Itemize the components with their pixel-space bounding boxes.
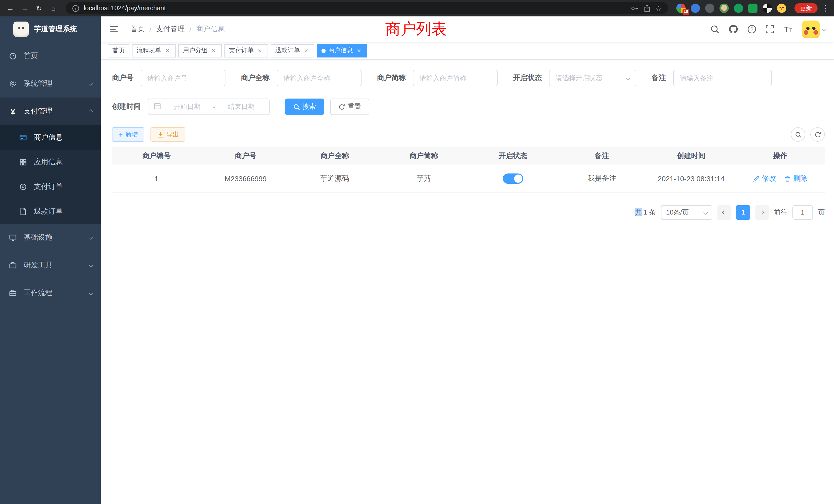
browser-menu-icon[interactable]: ⋮ (822, 4, 830, 13)
sidebar-item-workflow[interactable]: 工作流程 (0, 279, 101, 307)
extension-pinwheel-icon[interactable] (763, 4, 772, 13)
address-bar[interactable]: localhost:1024/pay/merchant ☆ (66, 2, 668, 14)
reload-button[interactable]: ↻ (33, 2, 45, 14)
extension-badge: 10 (682, 9, 689, 15)
close-icon[interactable]: × (355, 47, 363, 54)
logo[interactable]: 芋道管理系统 (0, 17, 101, 42)
prev-page-button[interactable] (718, 205, 731, 220)
github-icon[interactable] (728, 24, 739, 35)
table-toolbar: 新增 导出 (112, 127, 825, 142)
next-page-button[interactable] (755, 205, 769, 220)
export-button[interactable]: 导出 (151, 127, 185, 142)
sidebar-subitem-app-info[interactable]: 应用信息 (0, 150, 101, 175)
col-status: 开启状态 (468, 147, 557, 165)
cell-status (468, 165, 557, 192)
tab-merchant-info[interactable]: 商户信息 × (317, 44, 367, 57)
sidebar-item-system[interactable]: 系统管理 (0, 70, 101, 97)
short-name-input[interactable] (413, 70, 498, 86)
breadcrumb-separator: / (150, 25, 152, 33)
target-icon (19, 183, 28, 191)
cell-create-time: 2021-10-23 08:31:14 (646, 165, 736, 192)
chevron-down-icon (89, 291, 93, 295)
full-name-input[interactable] (277, 70, 361, 86)
help-icon[interactable]: ? (747, 25, 756, 34)
extension-blue-icon[interactable] (691, 4, 700, 13)
extension-dark-icon[interactable] (705, 4, 714, 13)
site-info-icon[interactable] (72, 4, 80, 12)
edit-link[interactable]: 修改 (753, 174, 776, 183)
share-icon[interactable] (643, 4, 651, 12)
sidebar-item-payment[interactable]: ¥ 支付管理 (0, 97, 101, 125)
active-tab-dot (322, 48, 326, 53)
chevron-down-icon (704, 210, 708, 214)
sidebar-subitem-payment-order[interactable]: 支付订单 (0, 175, 101, 199)
goto-suffix: 页 (818, 208, 825, 217)
extension-green-circle-icon[interactable] (734, 4, 743, 13)
pagination: 共 1 条 10条/页 1 前往 页 (112, 205, 825, 220)
reset-button[interactable]: 重置 (330, 98, 369, 115)
add-button[interactable]: 新增 (112, 127, 144, 142)
user-avatar[interactable] (802, 21, 826, 38)
col-create-time: 创建时间 (646, 147, 736, 165)
total-count: 共 1 条 (635, 208, 656, 217)
password-key-icon[interactable] (630, 4, 639, 12)
sidebar-item-infrastructure[interactable]: 基础设施 (0, 224, 101, 251)
page-annotation: 商户列表 (385, 19, 447, 40)
svg-text:T: T (784, 25, 789, 33)
filter-full-name: 商户全称 (241, 70, 361, 86)
sidebar-subitem-merchant-info[interactable]: 商户信息 (0, 125, 101, 150)
home-button[interactable]: ⌂ (47, 2, 60, 14)
page-size-select[interactable]: 10条/页 (661, 205, 712, 220)
svg-text:?: ? (750, 26, 753, 32)
refresh-button[interactable] (810, 127, 825, 142)
sidebar-item-home[interactable]: 首页 (0, 42, 101, 70)
breadcrumb-item-home[interactable]: 首页 (130, 25, 145, 34)
sidebar-item-devtools[interactable]: 研发工具 (0, 251, 101, 279)
page-1-button[interactable]: 1 (736, 205, 750, 220)
cell-merchant-id: 1 (112, 165, 201, 192)
tab-payment-order[interactable]: 支付订单 × (224, 44, 268, 57)
extension-green-square-icon[interactable] (748, 4, 758, 13)
dashboard-icon (8, 52, 18, 60)
col-remark: 备注 (557, 147, 646, 165)
bank-card-icon (19, 134, 28, 142)
search-icon[interactable] (710, 25, 720, 34)
close-icon[interactable]: × (303, 47, 310, 54)
extension-smiley-icon[interactable] (777, 4, 786, 13)
breadcrumb-item-payment[interactable]: 支付管理 (156, 25, 185, 34)
date-range-picker[interactable]: 开始日期 - 结束日期 (148, 98, 270, 115)
breadcrumb: 首页 / 支付管理 / 商户信息 (130, 25, 225, 34)
sidebar-subitem-refund-order[interactable]: 退款订单 (0, 199, 101, 224)
close-icon[interactable]: × (164, 47, 171, 54)
sidebar-menu: 首页 系统管理 ¥ 支付管理 (0, 42, 101, 307)
tab-refund-order[interactable]: 退款订单 × (271, 44, 314, 57)
chevron-down-icon (89, 235, 93, 240)
search-button[interactable]: 搜索 (285, 98, 324, 115)
back-button[interactable]: ← (4, 2, 17, 14)
svg-text:T: T (789, 28, 792, 33)
chrome-update-button[interactable]: 更新 (794, 3, 817, 13)
filter-short-name: 商户简称 (377, 70, 498, 86)
tab-home[interactable]: 首页 (108, 44, 129, 57)
status-toggle[interactable] (503, 174, 523, 184)
close-icon[interactable]: × (210, 47, 217, 54)
status-select[interactable]: 请选择开启状态 (549, 70, 636, 86)
hamburger-icon[interactable] (109, 24, 119, 35)
remark-input[interactable] (673, 70, 772, 86)
fullscreen-icon[interactable] (765, 25, 774, 34)
bookmark-star-icon[interactable]: ☆ (655, 4, 662, 12)
chevron-up-icon (89, 109, 93, 114)
font-size-icon[interactable]: TT (783, 24, 793, 35)
yen-icon: ¥ (8, 107, 18, 116)
pikachu-avatar (802, 21, 820, 38)
extension-colorful-icon[interactable]: 10 (676, 4, 686, 13)
forward-button[interactable]: → (19, 2, 31, 14)
tab-process-form[interactable]: 流程表单 × (132, 44, 176, 57)
close-icon[interactable]: × (256, 47, 263, 54)
extension-avatar-icon[interactable] (720, 4, 729, 13)
merchant-no-input[interactable] (141, 70, 225, 86)
goto-page-input[interactable] (792, 205, 813, 220)
tab-user-group[interactable]: 用户分组 × (178, 44, 222, 57)
delete-link[interactable]: 删除 (785, 174, 808, 183)
toggle-search-button[interactable] (791, 127, 805, 142)
